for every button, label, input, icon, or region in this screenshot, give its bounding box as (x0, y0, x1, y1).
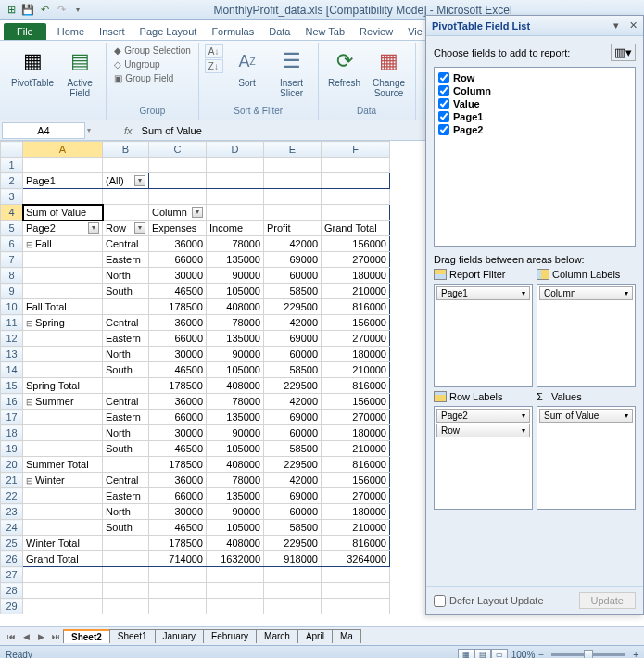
cell[interactable]: 105000 (207, 520, 264, 536)
cell[interactable] (207, 567, 264, 583)
field-checkbox-Column[interactable] (438, 85, 449, 96)
cell[interactable]: 408000 (207, 378, 264, 394)
cell[interactable] (23, 425, 103, 441)
cell[interactable]: North (103, 425, 149, 441)
field-list[interactable]: RowColumnValuePage1Page2 (434, 67, 636, 247)
sheet-tab-January[interactable]: January (155, 629, 205, 643)
cell[interactable]: 36000 (149, 236, 207, 252)
field-checkbox-Page2[interactable] (438, 124, 449, 135)
row-header-9[interactable]: 9 (1, 284, 23, 299)
cell[interactable] (103, 536, 149, 551)
cell[interactable] (23, 583, 103, 599)
cell[interactable]: Expenses (149, 221, 207, 236)
undo-icon[interactable]: ↶ (37, 3, 52, 18)
field-checkbox-Page1[interactable] (438, 111, 449, 122)
cell[interactable]: 46500 (149, 284, 207, 299)
cell[interactable] (264, 205, 322, 221)
page1-filter-dropdown[interactable]: ▾ (134, 175, 145, 186)
cell[interactable]: North (103, 504, 149, 520)
cell[interactable]: 135000 (207, 410, 264, 425)
cell[interactable] (207, 583, 264, 599)
ungroup-button[interactable]: ◇Ungroup (112, 58, 161, 70)
cell[interactable] (207, 189, 264, 205)
row-header-18[interactable]: 18 (1, 425, 23, 441)
cell[interactable]: North (103, 347, 149, 362)
cell[interactable]: 69000 (264, 410, 322, 425)
row-header-17[interactable]: 17 (1, 410, 23, 425)
cell[interactable]: 156000 (322, 394, 390, 410)
cell[interactable]: 180000 (322, 268, 390, 284)
pivottable-button[interactable]: ▦PivotTable (9, 44, 56, 90)
cell[interactable] (23, 599, 103, 614)
page2-dropdown[interactable]: ▾ (88, 222, 99, 234)
cell[interactable]: 46500 (149, 441, 207, 457)
cell[interactable]: 210000 (322, 520, 390, 536)
cell[interactable] (207, 158, 264, 173)
cell[interactable]: 229500 (264, 536, 322, 551)
cell[interactable] (103, 158, 149, 173)
collapse-icon[interactable]: ⊟ (26, 476, 33, 486)
row-header-19[interactable]: 19 (1, 441, 23, 457)
layout-options-icon[interactable]: ▥▾ (611, 44, 636, 61)
area-item-Page2[interactable]: Page2▾ (436, 409, 530, 423)
cell[interactable]: 3264000 (322, 551, 390, 567)
tab-formulas[interactable]: Formulas (204, 23, 261, 40)
chevron-down-icon[interactable]: ▾ (522, 426, 525, 435)
col-header-B[interactable]: B (103, 142, 149, 158)
cell[interactable] (23, 347, 103, 362)
cell[interactable] (23, 252, 103, 268)
cell[interactable]: Central (103, 236, 149, 252)
sheet-nav-first[interactable]: ⏮ (4, 632, 19, 641)
row-header-16[interactable]: 16 (1, 394, 23, 410)
cell[interactable] (23, 504, 103, 520)
sheet-tab-Ma[interactable]: Ma (332, 629, 361, 643)
row-header-8[interactable]: 8 (1, 268, 23, 284)
cell[interactable] (322, 189, 390, 205)
row-header-23[interactable]: 23 (1, 504, 23, 520)
row-header-25[interactable]: 25 (1, 536, 23, 551)
row-header-5[interactable]: 5 (1, 221, 23, 236)
cell[interactable]: 46500 (149, 362, 207, 378)
sheet-tab-February[interactable]: February (203, 629, 257, 643)
col-header-C[interactable]: C (149, 142, 207, 158)
cell[interactable] (149, 599, 207, 614)
area-item-Page1[interactable]: Page1▾ (436, 286, 530, 300)
cell[interactable]: 78000 (207, 473, 264, 488)
active-field-button[interactable]: ▤Active Field (59, 44, 100, 100)
cell[interactable]: 105000 (207, 284, 264, 299)
collapse-icon[interactable]: ⊟ (26, 398, 33, 407)
row-dropdown[interactable]: ▾ (134, 222, 145, 234)
cell[interactable]: 58500 (264, 441, 322, 457)
sheet-nav-prev[interactable]: ◀ (19, 632, 33, 641)
row-header-15[interactable]: 15 (1, 378, 23, 394)
cell[interactable] (264, 189, 322, 205)
cell[interactable]: 30000 (149, 347, 207, 362)
zoom-slider[interactable] (551, 653, 625, 656)
cell[interactable]: Summer Total (23, 457, 103, 473)
cell[interactable]: South (103, 520, 149, 536)
cell[interactable] (103, 599, 149, 614)
row-labels-area[interactable]: Page2▾Row▾ (434, 406, 533, 510)
field-Page2[interactable]: Page2 (438, 123, 631, 136)
cell[interactable]: 69000 (264, 331, 322, 347)
cell[interactable] (23, 410, 103, 425)
field-Column[interactable]: Column (438, 84, 631, 97)
pane-dropdown-icon[interactable]: ▾ (613, 19, 619, 32)
redo-icon[interactable]: ↷ (54, 3, 69, 18)
cell[interactable]: 42000 (264, 473, 322, 488)
cell[interactable]: 90000 (207, 268, 264, 284)
cell[interactable] (322, 599, 390, 614)
row-header-13[interactable]: 13 (1, 347, 23, 362)
cell[interactable]: Spring Total (23, 378, 103, 394)
cell[interactable]: 66000 (149, 252, 207, 268)
cell[interactable]: 270000 (322, 488, 390, 504)
cell[interactable]: 714000 (149, 551, 207, 567)
field-Value[interactable]: Value (438, 97, 631, 110)
cell[interactable]: 58500 (264, 520, 322, 536)
cell[interactable] (23, 362, 103, 378)
row-header-3[interactable]: 3 (1, 189, 23, 205)
cell[interactable]: 46500 (149, 520, 207, 536)
cell[interactable] (149, 189, 207, 205)
cell[interactable] (264, 173, 322, 189)
chevron-down-icon[interactable]: ▾ (625, 411, 628, 420)
